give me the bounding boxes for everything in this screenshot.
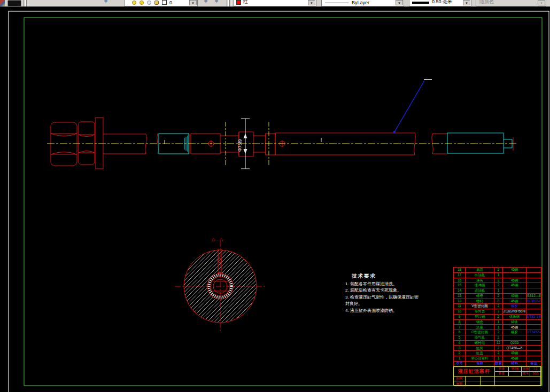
layer-name: 0: [169, 0, 172, 5]
lineweight-combo[interactable]: 0.50 毫米 ▼: [409, 0, 471, 6]
leader-line: [393, 80, 432, 133]
title-block-cell: 班级: [495, 367, 509, 372]
bom-cell-qty: 2: [494, 315, 503, 320]
bom-cell-name: 开口销: [466, 315, 494, 320]
bom-cell-qty: 2: [494, 330, 503, 335]
bom-cell-qty: 2: [494, 346, 503, 351]
bom-cell-material: 45钢: [503, 325, 526, 330]
bom-cell-material: 45钢: [503, 294, 526, 299]
bom-cell-remark: [526, 335, 541, 341]
bom-cell-name: 排气孔: [466, 335, 494, 341]
bom-cell-remark: [526, 304, 541, 309]
tech-note-line: 2. 装配后检查有无卡死现象。: [345, 287, 425, 294]
color-swatch-button[interactable]: [7, 0, 21, 6]
tech-note-line: 3. 检查液压缸气密性，以确保液压缸密: [345, 294, 425, 301]
chevron-down-icon: ▼: [538, 0, 545, 5]
lineweight-sample: [412, 2, 429, 4]
tech-note-line: 4. 液压缸外表面喷漆防锈。: [345, 308, 425, 314]
bom-cell-no: 4: [454, 341, 466, 346]
bom-cell-qty: 2: [494, 268, 503, 273]
bom-cell-no: 9: [454, 315, 466, 320]
bom-cell-remark: [526, 268, 541, 273]
layer-manager-button[interactable]: ❖: [99, 0, 113, 6]
bom-header-cell: 数量: [494, 361, 503, 366]
bom-cell-name: O型密封圈: [466, 330, 494, 335]
bom-cell-qty: 2: [494, 278, 503, 284]
bom-cell-no: 18: [454, 268, 466, 273]
chevron-down-icon[interactable]: ▼: [396, 0, 403, 5]
current-color-swatch: [236, 0, 241, 5]
bom-cell-no: 16: [454, 278, 466, 284]
layer-previous-button[interactable]: ❖: [212, 0, 221, 6]
bom-cell-qty: 1: [494, 325, 503, 330]
bom-cell-material: [503, 273, 526, 278]
title-block-cell: [495, 377, 541, 381]
toolbar-separator: [229, 0, 231, 6]
bom-cell-remark: [526, 325, 541, 330]
bom-cell-no: 10: [454, 309, 466, 315]
bom-cell-qty: 2: [494, 294, 503, 299]
bom-cell-name: 缓冲圈: [466, 283, 494, 288]
toolbar-icon-fragment[interactable]: [0, 0, 5, 6]
bom-cell-no: 6: [454, 330, 466, 335]
centerlines: [47, 122, 516, 166]
chevron-down-icon[interactable]: ▼: [463, 0, 470, 5]
bom-cell-no: 7: [454, 325, 466, 330]
linetype-sample: [325, 3, 348, 3]
freeze-icon[interactable]: [147, 1, 151, 5]
chevron-down-icon[interactable]: ▼: [189, 0, 197, 5]
bom-cell-material: 45钢: [503, 299, 526, 304]
title-block-cell: [509, 372, 522, 377]
technical-requirements: 技术要求 1. 装配各零件用煤油清洗。 2. 装配后检查有无卡死现象。 3. 检…: [345, 273, 425, 314]
bom-cell-name: 底盖: [466, 268, 494, 273]
title-block-cell: [495, 381, 541, 386]
bom-cell-name: 缸筒: [466, 346, 494, 351]
bom-cell-remark: [526, 341, 541, 346]
bom-cell-name: 螺栓组: [466, 341, 494, 346]
make-object-layer-current-button[interactable]: ❖: [201, 0, 211, 6]
bom-cell-name: 螺钉: [466, 299, 494, 304]
bom-cell-material: [503, 288, 526, 294]
bom-cell-no: 5: [454, 335, 466, 341]
bom-cell-name: 螺母: [466, 294, 494, 299]
chevron-down-icon[interactable]: ▼: [308, 0, 315, 5]
sun-icon[interactable]: [140, 1, 144, 5]
current-color-name: 红: [243, 0, 248, 5]
title-block-cell: 3/03: [530, 372, 541, 377]
bom-cell-remark: GB812—88: [526, 294, 541, 299]
toolbar-separator: [227, 0, 229, 6]
bom-cell-remark: GB/T3452-85: [526, 330, 541, 335]
layer-combo[interactable]: 0 ▼: [124, 0, 198, 6]
diameter-dimension-label: Φ75f9: [237, 139, 243, 152]
lock-icon[interactable]: [154, 1, 159, 5]
shaft-side-view: [51, 117, 513, 169]
tech-note-line: 封良好。: [345, 301, 425, 307]
bom-cell-name: 缸盖: [466, 351, 494, 356]
bom-cell-qty: 2: [494, 309, 503, 315]
bom-cell-material: 45钢: [503, 351, 526, 356]
section-label: A—A: [212, 237, 223, 242]
bom-cell-remark: [526, 273, 541, 278]
bom-cell-material: 铸铁: [503, 320, 526, 325]
bom-cell-name: 导向套: [466, 309, 494, 315]
title-block-cell: 1:1: [530, 367, 541, 372]
color-combo[interactable]: 红 ▼: [234, 0, 316, 6]
bom-cell-name: 出油孔: [466, 273, 494, 278]
tech-note-line: 1. 装配各零件用煤油清洗。: [345, 281, 425, 287]
bom-cell-material: [503, 335, 526, 341]
bom-cell-qty: 8: [494, 299, 503, 304]
title-block-signature-grid: 制图审核: [454, 377, 541, 386]
linetype-combo[interactable]: ByLayer ▼: [321, 0, 404, 6]
bom-cell-no: 11: [454, 304, 466, 309]
bom-header-cell: 名称: [466, 361, 494, 366]
bom-cell-name: V型密封圈: [466, 304, 494, 309]
layer-color-swatch[interactable]: [162, 0, 167, 5]
bom-cell-no: 12: [454, 299, 466, 304]
bom-cell-qty: 2: [494, 335, 503, 341]
toolbar-separator: [24, 0, 26, 6]
bulb-icon[interactable]: [132, 1, 136, 5]
lineweight-value: 0.50 毫米: [432, 0, 452, 5]
bom-cell-material: ZCuSn6Pb6Ni: [503, 309, 526, 315]
plotstyle-value: 随颜色: [479, 0, 494, 5]
bom-cell-no: 17: [454, 273, 466, 278]
